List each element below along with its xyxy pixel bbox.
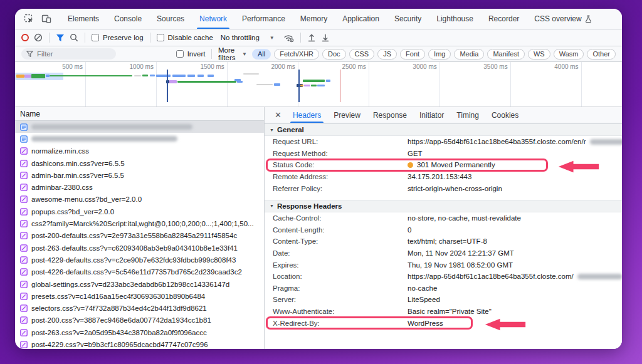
- toolbar-divider: [150, 33, 150, 43]
- waterfall-bar: [256, 84, 273, 85]
- filter-pill-ws[interactable]: WS: [528, 49, 550, 60]
- request-row[interactable]: adminbar-2380.css: [15, 181, 264, 193]
- waterfall-bar: [169, 80, 177, 83]
- request-row[interactable]: global-settings.css?v=d233abc3edabdb6b12…: [15, 278, 264, 290]
- request-row[interactable]: post-4229-defaults.css?v=c2ce90b7e632fdc…: [15, 254, 264, 266]
- request-row[interactable]: post-263-defaults.css?v=c62093408ab3eb9a…: [15, 242, 264, 254]
- request-row[interactable]: presets.css?v=c14d16aa15ec4f306936301b89…: [15, 290, 264, 302]
- filter-pill-other[interactable]: Other: [587, 49, 616, 60]
- tab-elements[interactable]: Elements: [60, 9, 107, 29]
- stylesheet-file-icon: [20, 304, 28, 312]
- inspect-element-icon[interactable]: [24, 14, 34, 24]
- request-name: awesome-menu.css?bd_ver=2.0.0: [31, 195, 142, 203]
- filter-pill-manifest[interactable]: Manifest: [487, 49, 525, 60]
- request-list-panel: Name normalize.min.cssdashicons.min.css?…: [15, 107, 265, 349]
- more-filters-label: More filters: [218, 46, 236, 61]
- request-row[interactable]: admin-bar.min.css?ver=6.5.5: [15, 169, 264, 181]
- tab-performance[interactable]: Performance: [234, 9, 293, 29]
- search-icon[interactable]: [70, 33, 78, 42]
- request-row[interactable]: normalize.min.css: [15, 145, 264, 157]
- section-header-general[interactable]: ▼General: [265, 123, 622, 136]
- request-row[interactable]: awesome-menu.css?bd_ver=2.0.0: [15, 194, 264, 205]
- throttling-select[interactable]: No throttling ▼: [221, 34, 275, 41]
- close-details-icon[interactable]: ✕: [270, 107, 287, 123]
- clear-network-log-icon[interactable]: [34, 33, 43, 42]
- device-toolbar-icon[interactable]: [41, 14, 51, 24]
- filter-funnel-icon[interactable]: [56, 34, 65, 42]
- filter-pill-font[interactable]: Font: [400, 49, 425, 60]
- tab-label: Recorder: [488, 14, 519, 23]
- timeline-tick-label: 1000 ms: [130, 63, 154, 70]
- filter-pill-js[interactable]: JS: [377, 49, 397, 60]
- record-network-log-icon[interactable]: [21, 34, 29, 41]
- export-har-icon[interactable]: [321, 33, 330, 42]
- tab-css-overview[interactable]: CSS overview: [527, 9, 599, 29]
- header-value: 34.175.201.153:443: [408, 173, 471, 180]
- import-har-icon[interactable]: [307, 33, 316, 42]
- filter-pill-media[interactable]: Media: [454, 49, 484, 60]
- header-value-text: GET: [408, 150, 423, 157]
- disable-cache-toggle[interactable]: Disable cache: [157, 34, 213, 41]
- header-row-expires: Expires:Thu, 19 Nov 1981 08:52:00 GMT: [265, 259, 622, 271]
- tab-security[interactable]: Security: [387, 9, 429, 29]
- request-row[interactable]: post-263.css?v=2a05d95b434c3870ba82a0f9f…: [15, 326, 264, 338]
- header-value: https://app-65d4bf61c1ac18be64ba355f.clo…: [408, 138, 622, 145]
- filter-input[interactable]: Filter: [21, 48, 116, 60]
- tab-console[interactable]: Console: [107, 9, 149, 29]
- details-tab-headers[interactable]: Headers: [287, 107, 327, 123]
- request-row[interactable]: post-200-defaults.css?v=2e973a31e558b6a8…: [15, 230, 264, 242]
- header-value-text: Basic realm="Private Site": [408, 308, 492, 315]
- header-row-referrer-policy: Referrer Policy:strict-origin-when-cross…: [265, 182, 622, 194]
- tab-recorder[interactable]: Recorder: [481, 9, 527, 29]
- stylesheet-file-icon: [20, 195, 28, 203]
- network-overview-timeline[interactable]: 500 ms1000 ms1500 ms2000 ms2500 ms3000 m…: [15, 62, 622, 107]
- tab-lighthouse[interactable]: Lighthouse: [429, 9, 481, 29]
- request-list-name-header[interactable]: Name: [15, 107, 264, 121]
- tab-memory[interactable]: Memory: [293, 9, 335, 29]
- details-tab-initiator[interactable]: Initiator: [413, 107, 450, 123]
- details-tab-preview[interactable]: Preview: [327, 107, 367, 123]
- filter-pill-fetch-xhr[interactable]: Fetch/XHR: [274, 49, 319, 60]
- more-filters-dropdown[interactable]: More filters ▼: [218, 46, 247, 61]
- details-tab-timing[interactable]: Timing: [450, 107, 485, 123]
- request-row[interactable]: post-4226-defaults.css?v=5c546e11d77357b…: [15, 266, 264, 278]
- waterfall-bar: [156, 75, 171, 77]
- section-header-response-headers[interactable]: ▼Response Headers: [265, 200, 622, 212]
- preserve-log-checkbox[interactable]: [92, 34, 99, 41]
- filter-pill-doc[interactable]: Doc: [322, 49, 346, 60]
- request-row[interactable]: css2?family=Marck%20Script:ital,wght@0,1…: [15, 217, 264, 229]
- header-value-text: Thu, 19 Nov 1981 08:52:00 GMT: [408, 261, 513, 269]
- request-row[interactable]: post-4229.css?v=b9b3cf1c80965dcacbd47747…: [15, 338, 264, 349]
- filter-pill-all[interactable]: All: [252, 49, 271, 60]
- tab-label: Lighthouse: [436, 14, 473, 23]
- header-value-text: https://app-65d4bf61c1ac18be64ba355f.clo…: [408, 138, 586, 145]
- stylesheet-file-icon: [20, 147, 28, 155]
- request-row[interactable]: [15, 121, 264, 133]
- request-row[interactable]: post-200.css?v=3887ec9468e6da007742da193…: [15, 315, 264, 326]
- request-row[interactable]: popups.css?bd_ver=2.0.0: [15, 205, 264, 217]
- request-row[interactable]: [15, 133, 264, 145]
- status-orange-dot-icon: [408, 162, 413, 168]
- invert-checkbox[interactable]: [176, 50, 184, 58]
- request-row[interactable]: selectors.css?v=74f732a887b34ed4c2b44f13…: [15, 302, 264, 314]
- preserve-log-toggle[interactable]: Preserve log: [92, 34, 144, 41]
- waterfall-bar: [303, 80, 325, 82]
- details-tab-cookies[interactable]: Cookies: [485, 107, 525, 123]
- filter-pill-wasm[interactable]: Wasm: [554, 49, 584, 60]
- toolbar-divider: [211, 49, 212, 59]
- details-tab-response[interactable]: Response: [367, 107, 413, 123]
- invert-filter-toggle[interactable]: Invert: [176, 50, 206, 58]
- tab-label: Network: [199, 14, 227, 23]
- waterfall-bar: [142, 75, 148, 76]
- tab-network[interactable]: Network: [192, 9, 234, 29]
- disable-cache-checkbox[interactable]: [157, 34, 164, 41]
- tab-sources[interactable]: Sources: [149, 9, 192, 29]
- tab-application[interactable]: Application: [335, 9, 387, 29]
- name-column-label: Name: [20, 110, 40, 118]
- header-value: Basic realm="Private Site": [408, 308, 492, 315]
- header-name: Expires:: [273, 261, 408, 269]
- filter-pill-css[interactable]: CSS: [349, 49, 375, 60]
- network-conditions-icon[interactable]: [283, 33, 294, 43]
- request-row[interactable]: dashicons.min.css?ver=6.5.5: [15, 157, 264, 169]
- filter-pill-img[interactable]: Img: [428, 49, 451, 60]
